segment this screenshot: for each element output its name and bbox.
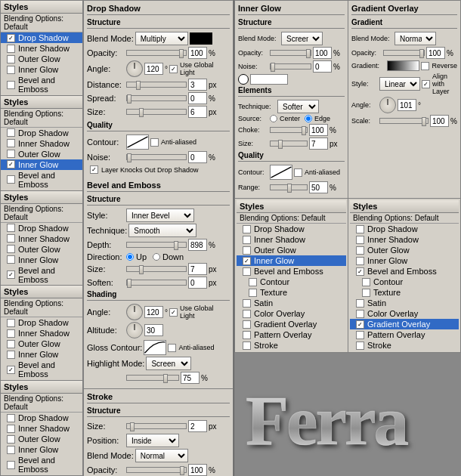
blending-options-item-5[interactable]: Blending Options: Default xyxy=(1,394,82,413)
bevel-emboss-checkbox-2[interactable] xyxy=(7,175,15,184)
go-blend-select[interactable]: Normal xyxy=(394,32,436,45)
noise-slider[interactable] xyxy=(126,154,187,160)
sa-r2[interactable]: Satin xyxy=(350,298,459,308)
angle-input[interactable] xyxy=(144,63,163,75)
blend-mode-color[interactable] xyxy=(190,32,212,45)
bevel-emboss-item-1[interactable]: Bevel and Emboss xyxy=(1,75,82,94)
bevel-antialias-check[interactable] xyxy=(168,344,176,352)
bevel-emboss-item-5[interactable]: Bevel and Emboss xyxy=(1,455,82,474)
bevel-size-input[interactable] xyxy=(188,263,207,275)
co-r2-check[interactable] xyxy=(362,278,370,286)
outer-glow-item-5[interactable]: Outer Glow xyxy=(1,434,82,444)
po-r2[interactable]: Pattern Overlay xyxy=(350,329,459,340)
ig-edge-radio[interactable] xyxy=(305,115,312,122)
highlight-select[interactable]: Screen xyxy=(146,357,191,370)
go-scale-input[interactable] xyxy=(430,115,449,127)
ig-glow-color[interactable] xyxy=(250,74,288,85)
inner-glow-item-1[interactable]: Inner Glow xyxy=(1,64,82,75)
be-r1-check[interactable] xyxy=(243,267,251,276)
ig-choke-slider[interactable] xyxy=(270,127,308,133)
be-r2-check[interactable] xyxy=(356,267,364,276)
inner-glow-checkbox-5[interactable] xyxy=(7,446,15,454)
bevel-emboss-item-2[interactable]: Bevel and Emboss xyxy=(1,170,82,190)
inner-shadow-item-5[interactable]: Inner Shadow xyxy=(1,423,82,434)
inner-shadow-checkbox-1[interactable] xyxy=(7,45,15,53)
bevel-size-slider[interactable] xyxy=(126,266,187,272)
ig-opacity-input[interactable] xyxy=(313,47,332,59)
ig-r2[interactable]: Inner Glow xyxy=(350,255,459,266)
layer-knocks-row[interactable]: Layer Knocks Out Drop Shadow xyxy=(87,165,230,175)
outer-glow-checkbox-4[interactable] xyxy=(7,340,15,348)
po-r1-check[interactable] xyxy=(243,331,251,339)
bevel-emboss-checkbox-5[interactable] xyxy=(7,461,15,469)
blending-options-item-3[interactable]: Blending Options: Default xyxy=(1,204,82,223)
go-align-label[interactable]: Align with Layer xyxy=(422,73,457,95)
drop-shadow-item-2[interactable]: Drop Shadow xyxy=(1,128,82,138)
go-angle-dial[interactable] xyxy=(379,97,396,113)
down-radio-input[interactable] xyxy=(153,253,160,261)
bevel-antialias[interactable]: Anti-aliased xyxy=(168,344,214,352)
ds-r2[interactable]: Drop Shadow xyxy=(350,224,459,234)
bevel-technique-select[interactable]: Smooth xyxy=(128,224,196,237)
str-r1-check[interactable] xyxy=(243,342,251,350)
drop-shadow-item-4[interactable]: Drop Shadow xyxy=(1,317,82,328)
og-r1-check[interactable] xyxy=(243,246,251,255)
outer-glow-item-3[interactable]: Outer Glow xyxy=(1,244,82,255)
ig-r2-check[interactable] xyxy=(356,257,364,265)
inner-shadow-checkbox-5[interactable] xyxy=(7,425,15,433)
highlight-opacity-input[interactable] xyxy=(181,372,200,384)
outer-glow-item-4[interactable]: Outer Glow xyxy=(1,338,82,349)
stroke-opacity-slider[interactable] xyxy=(126,467,187,473)
ig-size-slider[interactable] xyxy=(270,141,308,147)
distance-slider[interactable] xyxy=(126,82,187,88)
stroke-opacity-input[interactable] xyxy=(188,464,207,476)
ig-r1-check[interactable] xyxy=(243,257,251,265)
sa-r1[interactable]: Satin xyxy=(237,298,346,308)
up-radio-input[interactable] xyxy=(126,253,134,261)
drop-shadow-item-1[interactable]: Drop Shadow xyxy=(1,32,82,43)
is-r1[interactable]: Inner Shadow xyxy=(237,234,346,245)
bevel-global-check[interactable] xyxy=(169,308,178,317)
go-reverse-check[interactable] xyxy=(421,62,429,70)
bevel-global-light[interactable]: Use Global Light xyxy=(169,304,230,320)
drop-shadow-checkbox-5[interactable] xyxy=(7,414,15,422)
stroke-position-select[interactable]: Inside xyxy=(126,434,179,447)
stroke-size-slider[interactable] xyxy=(126,423,187,429)
go-r2-check[interactable] xyxy=(356,320,364,329)
angle-dial[interactable] xyxy=(126,60,143,77)
blending-options-item-2[interactable]: Blending Options: Default xyxy=(1,109,82,128)
tx-r1-check[interactable] xyxy=(249,289,257,297)
layer-knocks-checkbox[interactable] xyxy=(90,165,98,174)
anti-aliased-checkbox[interactable] xyxy=(150,138,159,147)
po-r2-check[interactable] xyxy=(356,331,364,339)
go-reverse-label[interactable]: Reverse xyxy=(421,62,457,70)
tx-r2[interactable]: Texture xyxy=(350,287,459,298)
go-gradient-bar[interactable] xyxy=(387,60,419,71)
bevel-gloss-preview[interactable] xyxy=(144,340,166,355)
sa-r2-check[interactable] xyxy=(356,299,364,308)
tx-r2-check[interactable] xyxy=(362,289,370,297)
inner-glow-checkbox-1[interactable] xyxy=(7,66,15,74)
col-r1[interactable]: Color Overlay xyxy=(237,308,346,319)
ig-technique-select[interactable]: Softer xyxy=(277,100,319,113)
bevel-soften-input[interactable] xyxy=(188,277,207,289)
str-r1[interactable]: Stroke xyxy=(237,340,346,351)
tx-r1[interactable]: Texture xyxy=(237,287,346,298)
ig-glow-dot[interactable] xyxy=(238,74,249,85)
ig-edge-label[interactable]: Edge xyxy=(305,115,330,122)
outer-glow-checkbox-3[interactable] xyxy=(7,245,15,253)
ig-contour-preview[interactable] xyxy=(270,165,292,180)
inner-glow-item-5[interactable]: Inner Glow xyxy=(1,444,82,455)
down-radio[interactable]: Down xyxy=(153,252,184,261)
inner-shadow-checkbox-2[interactable] xyxy=(7,139,15,147)
go-r2[interactable]: Gradient Overlay xyxy=(350,319,459,329)
is-r1-check[interactable] xyxy=(243,236,251,244)
is-r2[interactable]: Inner Shadow xyxy=(350,234,459,245)
drop-shadow-checkbox-1[interactable] xyxy=(7,34,15,42)
bevel-emboss-item-3[interactable]: Bevel and Emboss xyxy=(1,265,82,285)
go-r1[interactable]: Gradient Overlay xyxy=(237,319,346,329)
ig-r1[interactable]: Inner Glow xyxy=(237,255,346,266)
ig-center-label[interactable]: Center xyxy=(270,115,300,122)
opacity-input[interactable] xyxy=(188,47,207,59)
bevel-style-select[interactable]: Inner Bevel xyxy=(126,209,194,222)
